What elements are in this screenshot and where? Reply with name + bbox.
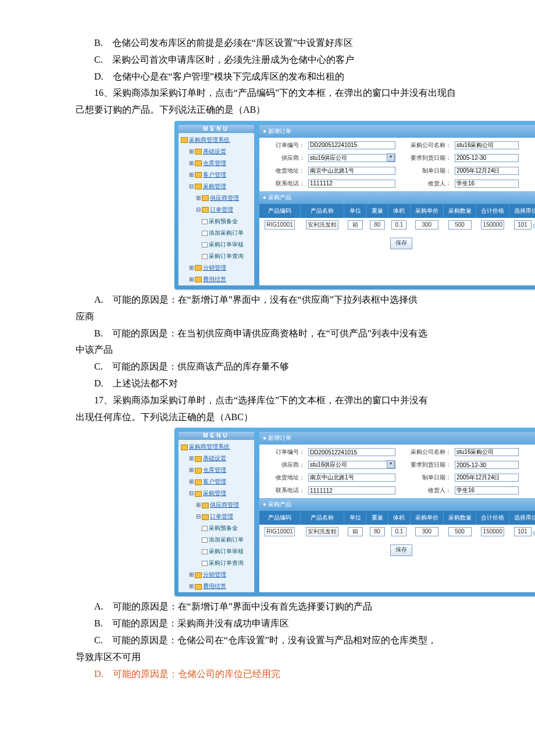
sidebar-item-deposit[interactable]: 采购预备金 [179, 522, 254, 534]
chevron-down-icon[interactable]: ▾ [387, 460, 395, 468]
cell-weight[interactable]: 80 [370, 220, 385, 230]
input-addr[interactable] [308, 474, 395, 482]
cell-total: 150000 [481, 527, 504, 536]
th-weight: 重量 [366, 511, 388, 525]
sidebar-item-add-order[interactable]: 添加采购订单 [179, 534, 254, 546]
cell-weight[interactable]: 80 [370, 527, 385, 536]
search-icon[interactable]: 🔍 [532, 222, 535, 228]
cell-unit[interactable]: 箱 [348, 527, 363, 536]
q17-stem-l2: 出现任何库位。下列说法正确的是（ABC） [76, 409, 459, 426]
sidebar-item-purchase[interactable]: ⊟采购管理 [179, 488, 254, 499]
save-button[interactable]: 保存 [390, 544, 412, 556]
main-panel: ● 新增订单 订单编号： 采购公司名称： 供应商： ▾ 要求到货日期： 收货地址… [259, 124, 535, 286]
folder-icon [202, 207, 209, 213]
table-header-row: 产品编码 产品名称 单位 重量 体积 采购单价 采购数量 合计价格 选择库位 [259, 511, 535, 525]
select-supplier[interactable] [308, 154, 395, 162]
save-button[interactable]: 保存 [390, 238, 412, 249]
lbl-supplier: 供应商： [264, 460, 305, 470]
chevron-down-icon[interactable]: ▾ [387, 153, 395, 162]
th-loc: 选择库位 [509, 511, 535, 525]
lbl-tel: 联系电话： [264, 485, 305, 496]
cell-qty[interactable]: 500 [448, 527, 472, 536]
folder-icon [195, 277, 202, 282]
folder-icon [202, 503, 209, 508]
input-recv[interactable] [455, 486, 519, 495]
sidebar-item-order[interactable]: ⊟订单管理 [179, 511, 254, 522]
q16-opt-a-l1: A. 可能的原因是：在“新增订单”界面中，没有在“供应商”下拉列表框中选择供 [76, 292, 459, 309]
input-made[interactable] [455, 474, 519, 482]
cell-name[interactable]: 安利洗发精 [306, 527, 338, 536]
folder-icon [195, 184, 202, 189]
folder-icon [195, 172, 202, 178]
cell-qty[interactable]: 500 [448, 220, 472, 230]
sidebar-item-fee[interactable]: ⊞费用结算 [179, 274, 254, 285]
input-recv[interactable] [455, 180, 519, 188]
sidebar-item-stats[interactable]: ⊞统计分析 [179, 285, 254, 286]
input-arrive[interactable] [455, 154, 519, 162]
sidebar-item-supplier[interactable]: ⊞供应商管理 [179, 192, 254, 204]
cell-vol[interactable]: 0.1 [391, 527, 406, 536]
sidebar-item-query[interactable]: 采购订单查询 [179, 557, 254, 569]
search-icon[interactable]: 🔍 [532, 529, 535, 535]
input-made[interactable] [455, 167, 519, 175]
cell-total: 150000 [481, 220, 504, 230]
cell-price[interactable]: 300 [415, 220, 438, 230]
panel-header-new-order: ● 新增订单 [259, 432, 535, 445]
sidebar-item-warehouse[interactable]: ⊞仓库管理 [179, 464, 254, 476]
sidebar-item-basic[interactable]: ⊞基础设置 [179, 146, 254, 157]
lbl-addr: 收货地址： [264, 472, 305, 483]
sidebar-root[interactable]: 采购商管理系统 [179, 441, 254, 453]
cell-loc[interactable]: 101 [514, 220, 532, 230]
th-total: 合计价格 [476, 511, 509, 525]
cell-loc[interactable]: 101 [514, 527, 532, 536]
lbl-made: 制单日期： [399, 472, 451, 483]
sidebar-item-order[interactable]: ⊟订单管理 [179, 204, 254, 216]
sidebar-item-stats[interactable]: ⊞统计分析 [179, 592, 254, 593]
sidebar-item-query[interactable]: 采购订单查询 [179, 250, 254, 262]
q15-opt-d: D. 仓储中心是在“客户管理”模块下完成库区的发布和出租的 [76, 69, 459, 85]
cell-name[interactable]: 安利洗发精 [306, 220, 338, 230]
cell-code[interactable]: RIG10001 [265, 527, 295, 536]
table-header-row: 产品编码 产品名称 单位 重量 体积 采购单价 采购数量 合计价格 选择库位 [259, 204, 535, 218]
cell-price[interactable]: 300 [415, 527, 438, 536]
sidebar-item-add-order[interactable]: 添加采购订单 [179, 227, 254, 239]
lbl-recv: 收货人： [399, 178, 451, 189]
folder-icon [202, 195, 209, 201]
sidebar-item-deposit[interactable]: 采购预备金 [179, 216, 254, 227]
sidebar-item-customer[interactable]: ⊞客户管理 [179, 169, 254, 181]
page-icon [202, 219, 208, 224]
th-code: 产品编码 [259, 204, 300, 218]
input-company[interactable] [455, 141, 519, 149]
select-supplier[interactable] [308, 461, 395, 469]
input-arrive[interactable] [455, 461, 519, 469]
page-icon [202, 526, 208, 531]
input-tel[interactable] [308, 180, 395, 188]
q17-opt-c-l1: C. 可能的原因是：仓储公司在“仓库设置”时，没有设置与产品相对应的仓库类型， [76, 632, 459, 649]
sidebar-item-warehouse[interactable]: ⊞仓库管理 [179, 157, 254, 169]
sidebar-item-customer[interactable]: ⊞客户管理 [179, 476, 254, 488]
input-orderno[interactable] [308, 448, 395, 456]
sidebar-item-purchase[interactable]: ⊟采购管理 [179, 181, 254, 192]
lbl-orderno: 订单编号： [264, 140, 305, 151]
input-addr[interactable] [308, 167, 395, 175]
folder-icon [195, 468, 202, 474]
product-table: 产品编码 产品名称 单位 重量 体积 采购单价 采购数量 合计价格 选择库位 R… [259, 204, 535, 232]
sidebar-item-distribute[interactable]: ⊞分销管理 [179, 569, 254, 581]
input-company[interactable] [455, 448, 519, 456]
lbl-company: 采购公司名称： [399, 140, 451, 151]
sidebar-item-audit[interactable]: 采购订单审核 [179, 239, 254, 250]
sidebar-item-basic[interactable]: ⊞基础设置 [179, 453, 254, 464]
sidebar-item-distribute[interactable]: ⊞分销管理 [179, 262, 254, 274]
cell-unit[interactable]: 箱 [348, 220, 363, 230]
cell-vol[interactable]: 0.1 [391, 220, 406, 230]
sidebar-item-audit[interactable]: 采购订单审核 [179, 546, 254, 557]
input-tel[interactable] [308, 486, 395, 495]
q16-opt-b-l2: 中该产品 [76, 342, 459, 359]
input-orderno[interactable] [308, 141, 395, 149]
sidebar-root[interactable]: 采购商管理系统 [179, 134, 254, 146]
sidebar-item-supplier[interactable]: ⊞供应商管理 [179, 499, 254, 511]
cell-code[interactable]: RIG10001 [265, 220, 295, 230]
order-form: 订单编号： 采购公司名称： 供应商： ▾ 要求到货日期： 收货地址： 制单日期：… [259, 138, 535, 191]
page-icon [202, 254, 208, 259]
sidebar-item-fee[interactable]: ⊞费用结算 [179, 581, 254, 592]
